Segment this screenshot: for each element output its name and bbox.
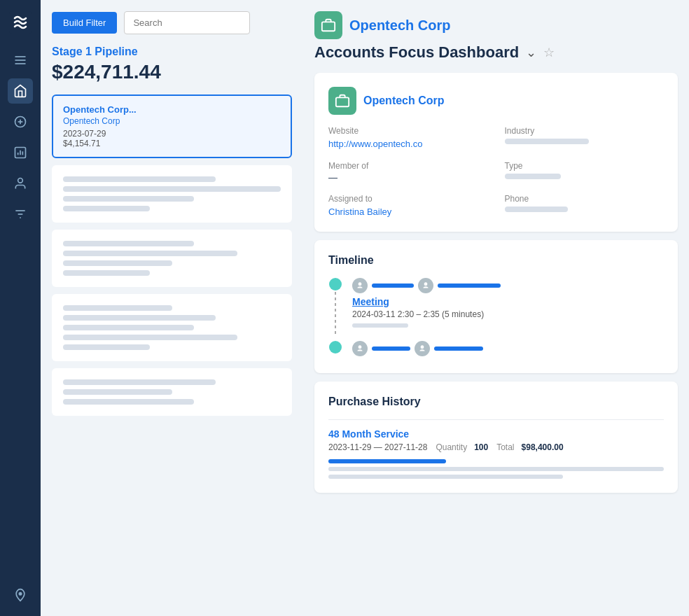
svg-point-11 — [18, 178, 23, 183]
ph-line — [63, 325, 194, 330]
main-area: Build Filter Stage 1 Pipeline $224,711.4… — [41, 0, 689, 616]
ph-line — [63, 206, 150, 211]
total-label: Total — [496, 442, 514, 452]
info-field-member-of: Member of — — [328, 161, 488, 183]
timeline-content-1: Meeting 2024-03-11 2:30 – 2:35 (5 minute… — [352, 278, 664, 328]
timeline-content-2 — [352, 341, 664, 359]
timeline-event-link-1[interactable]: Meeting — [352, 296, 664, 307]
sidebar-item-menu[interactable] — [8, 48, 33, 73]
placeholder-lines-2 — [63, 176, 281, 211]
website-label: Website — [328, 126, 488, 136]
purchase-bars — [328, 459, 664, 479]
purchase-history-title: Purchase History — [328, 396, 664, 408]
card-company-link[interactable]: Opentech Corp... — [63, 104, 281, 115]
ph-line — [63, 270, 150, 276]
type-ph — [505, 174, 561, 179]
pipeline-card-selected[interactable]: Opentech Corp... Opentech Corp 2023-07-2… — [52, 94, 292, 158]
filter-bar: Build Filter — [52, 11, 292, 34]
purchase-divider — [328, 419, 664, 420]
purchase-bar-ph2 — [328, 475, 563, 479]
dashboard-title-row: Accounts Focus Dashboard ⌄ ☆ — [314, 43, 678, 62]
account-icon-small — [328, 87, 356, 115]
avatar-line-2a — [372, 346, 410, 351]
avatar-line-1a — [372, 284, 414, 288]
pipeline-card-4[interactable] — [52, 294, 292, 361]
ph-line — [63, 399, 194, 405]
qty-label: Quantity — [436, 442, 467, 452]
search-input[interactable] — [124, 11, 250, 34]
industry-ph — [505, 139, 589, 144]
avatar-1 — [352, 278, 368, 293]
purchase-item-name[interactable]: 48 Month Service — [328, 428, 664, 440]
avatar-line-2b — [434, 346, 483, 351]
sidebar-item-filter[interactable] — [8, 202, 33, 227]
total-value: $98,400.00 — [522, 442, 564, 452]
sidebar — [0, 0, 41, 616]
member-of-value: — — [328, 172, 488, 183]
timeline-event-date-1: 2024-03-11 2:30 – 2:35 (5 minutes) — [352, 309, 664, 319]
right-panel: Opentech Corp Accounts Focus Dashboard ⌄… — [303, 0, 689, 616]
account-info-card: Opentech Corp Website http://www.opentec… — [314, 73, 678, 232]
timeline-item-2 — [328, 341, 664, 359]
sidebar-item-add[interactable] — [8, 109, 33, 134]
pipeline-card-5[interactable] — [52, 368, 292, 416]
card-account-name[interactable]: Opentech Corp — [363, 94, 445, 107]
timeline-dot-col-2 — [328, 341, 342, 354]
dashboard-title: Accounts Focus Dashboard — [314, 43, 519, 62]
chevron-down-icon[interactable]: ⌄ — [526, 45, 536, 60]
sidebar-item-home[interactable] — [8, 78, 33, 104]
avatar-4 — [415, 341, 430, 356]
sidebar-item-sugar[interactable] — [8, 582, 33, 608]
account-name[interactable]: Opentech Corp — [349, 18, 450, 34]
pipeline-card-2[interactable] — [52, 165, 292, 223]
timeline-title: Timeline — [328, 254, 664, 267]
avatar-2 — [418, 278, 433, 293]
type-label: Type — [505, 161, 664, 171]
avatar-3 — [352, 341, 368, 356]
sidebar-item-contacts[interactable] — [8, 171, 33, 196]
ph-line — [63, 305, 172, 311]
ph-line — [63, 196, 194, 202]
timeline-card: Timeline — [314, 240, 678, 373]
assigned-to-link[interactable]: Christina Bailey — [328, 206, 391, 217]
info-field-type: Type — [505, 161, 664, 183]
ph-line — [63, 315, 216, 321]
ph-line — [63, 335, 237, 340]
card-date: 2023-07-29 — [63, 129, 281, 139]
timeline-line-1 — [335, 292, 336, 334]
svg-point-15 — [19, 593, 21, 595]
purchase-item-1: 48 Month Service 2023-11-29 — 2027-11-28… — [328, 428, 664, 479]
left-panel: Build Filter Stage 1 Pipeline $224,711.4… — [41, 0, 303, 616]
pipeline-title: Stage 1 Pipeline — [52, 46, 292, 58]
timeline-container: Meeting 2024-03-11 2:30 – 2:35 (5 minute… — [328, 278, 664, 359]
info-grid: Website http://www.opentech.co Industry … — [328, 126, 664, 218]
star-icon[interactable]: ☆ — [543, 45, 555, 60]
website-link[interactable]: http://www.opentech.co — [328, 139, 422, 149]
placeholder-lines-3 — [63, 241, 281, 276]
info-field-phone: Phone — [505, 194, 664, 218]
timeline-ph-line — [352, 323, 408, 328]
timeline-avatars-1 — [352, 278, 664, 293]
sidebar-item-reports[interactable] — [8, 140, 33, 165]
pipeline-card-3[interactable] — [52, 230, 292, 287]
card-account[interactable]: Opentech Corp — [63, 116, 281, 126]
pipeline-list: Opentech Corp... Opentech Corp 2023-07-2… — [52, 94, 292, 416]
svg-rect-16 — [322, 22, 335, 31]
ph-line — [63, 241, 194, 246]
info-field-assigned-to: Assigned to Christina Bailey — [328, 194, 488, 218]
phone-ph — [505, 206, 568, 212]
timeline-avatars-2 — [352, 341, 664, 356]
placeholder-lines-5 — [63, 379, 281, 405]
card-amount: $4,154.71 — [63, 139, 281, 148]
account-info-header: Opentech Corp — [328, 87, 664, 115]
ph-line — [63, 344, 150, 350]
ph-line — [63, 176, 216, 182]
app-logo — [6, 8, 34, 36]
ph-line — [63, 260, 172, 266]
timeline-dot-1 — [329, 278, 342, 290]
build-filter-button[interactable]: Build Filter — [52, 12, 117, 34]
purchase-bar-ph1 — [328, 467, 664, 471]
qty-value: 100 — [474, 442, 488, 452]
ph-line — [63, 251, 237, 256]
timeline-item-1: Meeting 2024-03-11 2:30 – 2:35 (5 minute… — [328, 278, 664, 335]
